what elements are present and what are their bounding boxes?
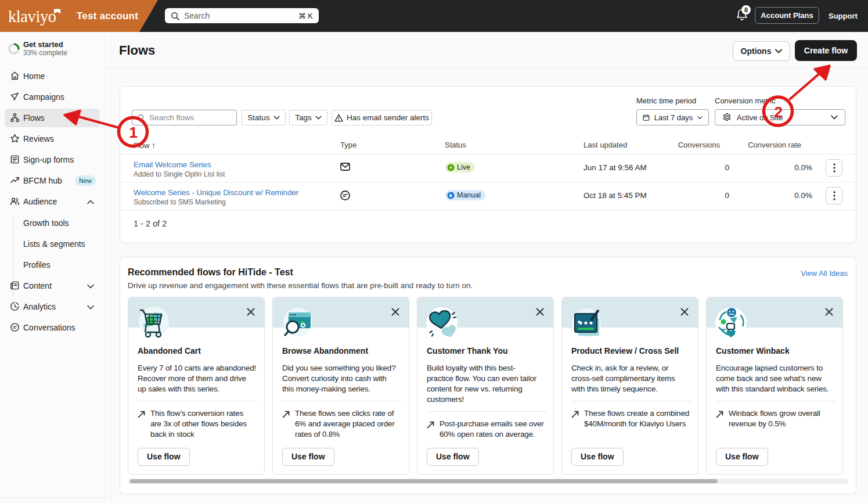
svg-text:klaviyo: klaviyo bbox=[8, 8, 56, 26]
